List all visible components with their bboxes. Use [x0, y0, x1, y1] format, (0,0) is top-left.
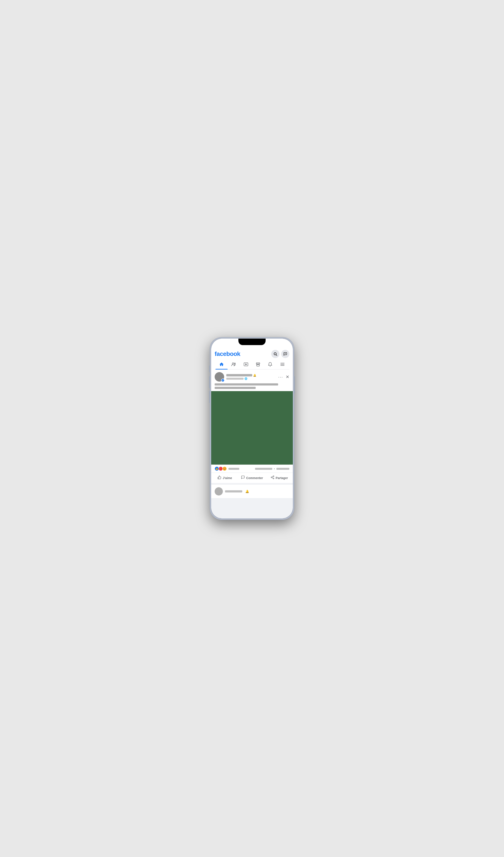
share-button[interactable]: Partager: [266, 474, 293, 482]
home-icon: [219, 362, 224, 368]
facebook-header: facebook: [211, 348, 293, 370]
like-label: J'aime: [223, 476, 232, 480]
svg-line-16: [272, 477, 273, 478]
post-action-buttons: J'aime Commenter: [211, 473, 293, 483]
share-icon: [271, 475, 275, 480]
svg-line-1: [276, 355, 277, 355]
svg-point-6: [234, 363, 236, 364]
post-sub-row: 🌐: [226, 377, 276, 380]
svg-point-5: [232, 363, 234, 364]
post-top-actions: ··· ✕: [278, 374, 289, 380]
separator-dot: [274, 469, 275, 469]
reactions-bar: 👍 ❤️ 🤩: [211, 465, 293, 473]
svg-marker-8: [245, 364, 247, 365]
shares-count-placeholder: [276, 468, 289, 470]
post-name-row: 🔔: [226, 374, 276, 377]
bell-icon: [268, 362, 273, 368]
love-emoji: ❤️: [219, 467, 223, 471]
messenger-button[interactable]: [281, 350, 289, 358]
globe-icon: 🌐: [244, 377, 247, 380]
nav-notifications[interactable]: [264, 360, 276, 369]
mute-button[interactable]: [209, 365, 210, 372]
facebook-logo: facebook: [215, 351, 240, 357]
svg-line-17: [272, 476, 273, 477]
volume-up-button[interactable]: [209, 376, 210, 388]
news-feed: 🔔 🌐 ··· ✕: [211, 370, 293, 518]
hamburger-icon: [280, 362, 285, 368]
post-text-line-2: [215, 387, 256, 389]
reaction-count-placeholder: [228, 468, 239, 470]
post-meta: 🔔 🌐: [226, 374, 276, 380]
post-card: 🔔 🌐 ··· ✕: [211, 370, 293, 483]
second-post-preview: 🔔: [211, 485, 293, 498]
marketplace-icon: [256, 362, 260, 368]
second-post-name-bar: [225, 490, 242, 492]
header-top-row: facebook: [215, 350, 289, 358]
like-icon: [218, 475, 221, 480]
post-date-placeholder: [226, 378, 244, 380]
nav-friends[interactable]: [228, 360, 240, 369]
like-emoji: 👍: [215, 467, 219, 471]
svg-rect-9: [257, 365, 260, 366]
more-options-button[interactable]: ···: [278, 374, 283, 380]
post-image[interactable]: [211, 391, 293, 465]
post-name-placeholder: [226, 374, 252, 376]
search-icon: [273, 352, 277, 356]
notch: [238, 339, 266, 345]
verified-badge: [221, 379, 225, 382]
avatar-wrap: [215, 372, 224, 382]
nav-home[interactable]: [215, 360, 228, 369]
search-button[interactable]: [271, 350, 279, 358]
share-label: Partager: [276, 476, 288, 480]
header-icon-group: [271, 350, 289, 358]
second-post-notification-icon: 🔔: [245, 490, 249, 493]
navigation-bar: [215, 360, 289, 370]
comment-button[interactable]: Commenter: [238, 474, 266, 482]
post-text-area: [211, 383, 293, 391]
phone-frame: facebook: [210, 337, 294, 520]
second-post-avatar: [215, 487, 223, 495]
close-post-button[interactable]: ✕: [286, 374, 289, 380]
post-text-line-1: [215, 383, 278, 386]
notification-dot-icon: 🔔: [253, 374, 256, 377]
volume-down-button[interactable]: [209, 391, 210, 403]
power-button[interactable]: [294, 376, 295, 393]
nav-watch[interactable]: [240, 360, 252, 369]
nav-menu[interactable]: [276, 360, 289, 369]
friends-icon: [231, 362, 236, 368]
comments-count-placeholder: [255, 468, 272, 470]
post-header: 🔔 🌐 ··· ✕: [211, 370, 293, 383]
reaction-emoji-group: 👍 ❤️ 🤩: [215, 467, 227, 471]
comment-label: Commenter: [246, 476, 263, 480]
nav-marketplace[interactable]: [252, 360, 264, 369]
haha-emoji: 🤩: [222, 467, 227, 471]
comment-icon: [241, 475, 245, 480]
phone-screen: facebook: [211, 339, 293, 518]
screen-content: facebook: [211, 339, 293, 518]
messenger-icon: [283, 352, 287, 356]
like-button[interactable]: J'aime: [211, 474, 238, 482]
watch-icon: [244, 362, 248, 368]
